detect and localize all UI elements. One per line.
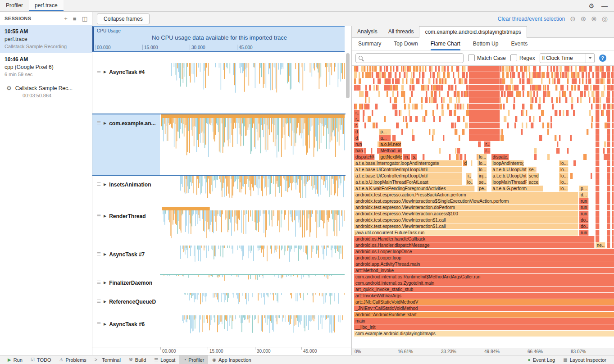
thread-lane-asynctask-7[interactable]: ☰▶AsyncTask #7 [92,246,346,274]
flame-node[interactable]: java.util.concurrent.FutureTask.run [354,230,578,236]
thread-lane-insetsanimation[interactable]: ☰▶InsetsAnimation [92,176,346,207]
flame-node[interactable]: a.t.e.b.U.loopUntil [491,173,527,179]
thread-label-cell[interactable]: ☰▶RenderThread [92,207,160,246]
thread-lane-asynctask-4[interactable]: ☰▶AsyncTask #4 [92,63,346,114]
flame-node[interactable]: androidx.test.espresso.ViewInteraction$1… [354,217,578,223]
flame-node[interactable]: lo... [466,179,473,185]
flame-node[interactable]: android::AndroidRuntime::start [354,312,614,318]
subtab-events[interactable]: Events [511,38,528,50]
thread-label-cell[interactable]: ☰▶AsyncTask #4 [92,63,160,114]
statusbar-terminal[interactable]: >_Terminal [91,355,125,364]
subtab-bottom-up[interactable]: Bottom Up [473,38,499,50]
flame-node[interactable]: lo... [559,179,569,185]
statusbar-app-inspection[interactable]: ◉App Inspection [208,355,255,364]
add-session-icon[interactable]: + [64,15,68,22]
flame-node[interactable]: inj... [478,173,487,179]
search-input[interactable] [355,53,464,63]
match-case-option[interactable]: Match Case [468,55,506,61]
flame-node[interactable]: d [463,160,467,166]
regex-checkbox[interactable] [510,55,517,61]
flame-node[interactable]: androidx.test.espresso.action.PressBackA… [354,192,578,198]
tab-all-threads[interactable]: All threads [383,26,419,38]
flame-node[interactable]: a.t.e.b.U.loopMainThreadForAtLeast [354,179,462,185]
flame-node[interactable]: androidx.test.espresso.ViewInteraction$1… [354,223,578,229]
flame-node[interactable]: com.android.internal.os.RuntimeInit$Meth… [354,274,614,280]
statusbar-layout-inspector[interactable]: ▦Layout Inspector [559,355,610,364]
thread-label-cell[interactable]: ☰▶AsyncTask #6 [92,315,160,347]
flame-node[interactable]: r... [484,141,490,147]
flame-node[interactable]: run [579,211,589,217]
flame-node[interactable]: lo... [559,173,569,179]
statusbar-todo[interactable]: ☑TODO [27,355,55,364]
thread-lane-com-example-an[interactable]: ☰▶com.example.an... [92,114,346,176]
flame-node[interactable]: art_quick_invoke_static_stub [354,287,614,292]
drag-handle-icon[interactable]: ☰ [97,299,101,304]
flame-node[interactable]: androidx.test.espresso.ViewInteraction.d… [354,205,578,210]
statusbar-profiler[interactable]: ◔Profiler [179,355,208,364]
flame-node[interactable]: lo... [559,167,569,173]
thread-label-cell[interactable]: ☰▶AsyncTask #7 [92,246,160,274]
flame-node[interactable]: loopAndInterrog... [491,160,524,166]
flame-node[interactable]: dispatchMes... [354,154,375,160]
statusbar-logcat[interactable]: ☰Logcat [150,355,179,364]
flame-node[interactable]: loopMainThreadF... [491,179,527,185]
stop-session-icon[interactable]: ■ [73,15,77,22]
flame-node[interactable]: han... [354,148,364,154]
flame-node[interactable]: r... [354,116,360,122]
search-field[interactable] [365,55,460,62]
statusbar-run[interactable]: ▶Run [4,355,27,364]
flame-node[interactable]: getNextMes... [379,154,402,160]
flame-node[interactable]: run [579,198,589,204]
flame-node[interactable]: r... [354,123,359,128]
flame-node[interactable]: a.t.e.a.G.perform [491,186,544,191]
help-icon[interactable]: ? [599,55,606,62]
zoom-in-icon[interactable]: ⊕ [581,15,587,23]
expand-arrow-icon[interactable]: ▶ [104,300,106,304]
session-item-perf-trace[interactable]: 10:55 AM perf.trace Callstack Sample Rec… [0,25,92,53]
collapse-frames-button[interactable]: Collapse frames [97,14,150,24]
thread-activity-chart[interactable] [160,246,345,274]
flame-node[interactable]: i... [466,173,472,179]
drag-handle-icon[interactable]: ☰ [97,321,101,326]
drag-handle-icon[interactable]: ☰ [97,213,101,218]
flame-node[interactable]: ne... [596,242,606,248]
flame-node[interactable]: in... [403,154,411,160]
flame-node[interactable]: a.t.e.base.UiControllerImpl.loopUntil [354,173,462,179]
flame-node[interactable]: a.t.e.a.K.waitForPendingForegroundActivi… [354,186,475,191]
expand-arrow-icon[interactable]: ▶ [104,214,106,218]
thread-lane-referencequeued[interactable]: ☰▶ReferenceQueueD [92,293,346,315]
flame-node[interactable]: send... [528,173,539,179]
drag-handle-icon[interactable]: ☰ [97,280,101,285]
flame-node[interactable]: d... [354,135,359,141]
expand-arrow-icon[interactable]: ▶ [104,252,106,256]
flame-node[interactable]: lo... [559,160,569,166]
flame-node[interactable]: se... [478,179,487,185]
flame-node[interactable]: com.android.internal.os.ZygoteInit.main [354,280,614,286]
subtab-flame-chart[interactable]: Flame Chart [431,38,460,50]
thread-activity-chart[interactable] [160,63,345,114]
flame-node[interactable]: lo... [478,160,487,166]
flame-node[interactable]: p... [379,129,391,135]
flame-node[interactable]: dispatc... [491,154,509,160]
thread-activity-chart[interactable] [160,176,345,207]
flame-chart[interactable]: r...r...r...d...p...d...a...runa.o.M.nex… [354,66,614,338]
thread-activity-chart[interactable] [160,274,345,293]
zoom-out-icon[interactable]: ⊖ [570,15,576,23]
expand-arrow-icon[interactable]: ▶ [104,182,106,187]
flame-node[interactable]: a.t.e.base.UiControllerImpl.loopUntil [354,167,462,173]
regex-option[interactable]: Regex [510,55,535,61]
clear-selection-link[interactable]: Clear thread/event selection [498,16,565,22]
match-case-checkbox[interactable] [468,55,475,61]
tab-perf-trace[interactable]: perf.trace [29,0,64,11]
flame-node[interactable]: android.os.Looper.loop [354,255,614,261]
statusbar-problems[interactable]: ⚠Problems [55,355,90,364]
flame-node[interactable]: p... [579,186,588,191]
expand-arrow-icon[interactable]: ▶ [104,281,106,285]
flame-node[interactable]: acce... [528,179,539,185]
tab-profiler[interactable]: Profiler [0,0,29,11]
settings-gear-icon[interactable]: ⚙ [588,2,594,9]
flame-node[interactable]: android.os.Looper.loopOnce [354,249,614,255]
thread-lane-asynctask-6[interactable]: ☰▶AsyncTask #6 [92,315,346,347]
collapse-panel-icon[interactable]: ◫ [82,15,87,22]
flame-node[interactable]: android.os.Handler.dispatchMessage [354,242,595,248]
